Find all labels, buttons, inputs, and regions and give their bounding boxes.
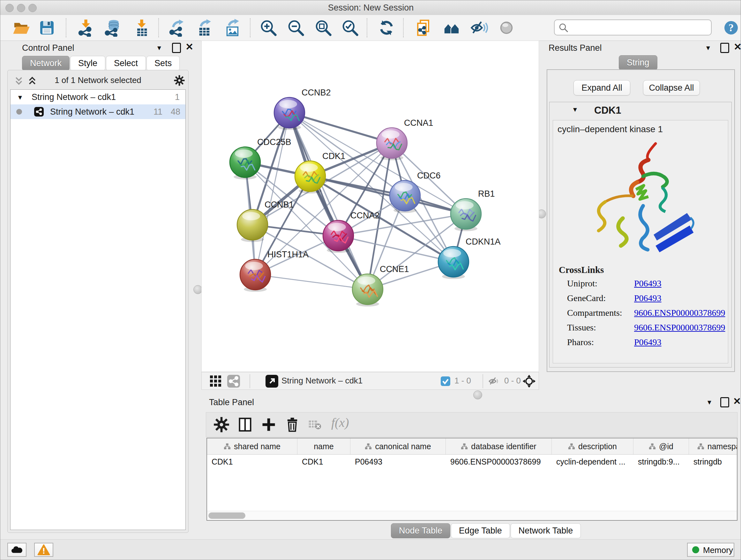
entry-collapse-caret[interactable]: ▼ <box>572 106 578 113</box>
table-settings-gear-icon[interactable] <box>213 416 230 433</box>
results-panel-close-button[interactable]: ✕ <box>734 43 741 51</box>
delete-column-trash-icon[interactable] <box>284 416 300 433</box>
tab-sets[interactable]: Sets <box>146 56 180 71</box>
crosslink-link[interactable]: P06493 <box>634 337 662 347</box>
results-panel-float-button[interactable] <box>720 43 729 53</box>
delete-table-icon[interactable] <box>308 416 322 433</box>
column-type-icon <box>461 443 468 450</box>
tab-node-table[interactable]: Node Table <box>391 523 450 538</box>
expand-all-button[interactable]: Expand All <box>574 80 630 96</box>
network-view-share-icon[interactable] <box>227 375 240 388</box>
gene-entry-header[interactable]: ▼ CDK1 <box>549 102 731 119</box>
column-header-namespac[interactable]: namespac <box>689 438 738 454</box>
crosslink-link[interactable]: 9606.ENSP00000378699 <box>634 308 725 318</box>
zoom-in-button[interactable] <box>259 19 277 37</box>
collapse-all-button[interactable]: Collapse All <box>643 80 700 96</box>
crosslink-row: Compartments:9606.ENSP00000378699 <box>559 308 725 322</box>
help-button[interactable]: ? <box>722 19 740 37</box>
left-splitter-handle[interactable] <box>193 285 202 294</box>
network-graph[interactable]: CCNB2CCNA1CDC25BCDK1CDC6RB1CCNB1CCNA2CDK… <box>202 41 539 372</box>
column-header--id[interactable]: @id <box>633 438 689 454</box>
control-panel-float-button[interactable] <box>172 43 181 53</box>
network-options-gear-icon[interactable] <box>174 75 185 86</box>
column-header-canonical-name[interactable]: canonical name <box>350 438 446 454</box>
tab-network[interactable]: Network <box>22 56 70 71</box>
hide-selected-button[interactable] <box>470 19 488 37</box>
zoom-fit-button[interactable] <box>314 19 332 37</box>
network-tree-root-row[interactable]: ▼ String Network – cdk1 1 <box>10 90 185 105</box>
table-cell[interactable]: 9606.ENSP00000378699 <box>446 454 552 469</box>
table-cell[interactable]: stringdb <box>689 454 738 469</box>
control-panel-menu-caret[interactable]: ▼ <box>156 44 162 52</box>
crosslink-label: Tissues: <box>559 322 634 333</box>
tree-collapse-caret[interactable]: ▼ <box>17 90 23 105</box>
tab-edge-table[interactable]: Edge Table <box>451 523 510 538</box>
table-cell[interactable]: P06493 <box>350 454 446 469</box>
string-results-box: Expand All Collapse All ▼ CDK1 cyclin–de… <box>547 69 735 372</box>
grid-view-icon[interactable] <box>209 375 222 388</box>
tab-string[interactable]: String <box>619 55 657 70</box>
selected-node-edge-count: 1 - 0 <box>455 376 471 386</box>
show-columns-icon[interactable] <box>237 416 253 433</box>
table-panel-close-button[interactable]: ✕ <box>733 397 741 406</box>
tab-network-table[interactable]: Network Table <box>511 523 581 538</box>
table-cell[interactable]: CDK1 <box>297 454 350 469</box>
node-table[interactable]: shared namenamecanonical namedatabase id… <box>206 438 738 521</box>
column-header-database-identifier[interactable]: database identifier <box>446 438 552 454</box>
birdseye-view-icon[interactable] <box>266 375 278 388</box>
network-tree-item-row[interactable]: String Network – cdk1 11 48 <box>10 105 185 119</box>
search-icon <box>558 23 569 34</box>
import-network-file-button[interactable] <box>77 19 95 37</box>
open-session-button[interactable] <box>12 19 30 37</box>
crosslink-link[interactable]: P06493 <box>634 278 662 288</box>
first-neighbors-button[interactable] <box>443 19 461 37</box>
table-panel-menu-caret[interactable]: ▼ <box>706 399 713 406</box>
create-column-plus-icon[interactable] <box>260 416 277 433</box>
network-view-canvas[interactable]: CCNB2CCNA1CDC25BCDK1CDC6RB1CCNB1CCNA2CDK… <box>201 41 539 372</box>
toolbar-separator <box>367 18 367 37</box>
column-header-name[interactable]: name <box>297 438 350 454</box>
import-network-database-button[interactable] <box>104 19 122 37</box>
save-session-button[interactable] <box>38 19 56 37</box>
results-panel-menu-caret[interactable]: ▼ <box>705 44 711 52</box>
memory-label: Memory <box>703 545 733 555</box>
window-title: Session: New Session <box>0 3 741 13</box>
control-panel-close-button[interactable]: ✕ <box>185 43 193 51</box>
zoom-out-button[interactable] <box>287 19 305 37</box>
column-header-description[interactable]: description <box>552 438 633 454</box>
export-image-button[interactable] <box>224 19 242 37</box>
show-all-button[interactable] <box>497 19 515 37</box>
zoom-selected-button[interactable] <box>341 19 359 37</box>
import-table-file-button[interactable] <box>133 19 151 37</box>
scrollbar-thumb[interactable] <box>208 512 246 519</box>
duplicate-network-button[interactable] <box>415 19 433 37</box>
selected-checkbox-icon[interactable] <box>441 376 451 386</box>
export-network-button[interactable] <box>168 19 186 37</box>
tab-select[interactable]: Select <box>106 56 146 71</box>
cloud-status-button[interactable] <box>7 543 26 557</box>
apply-layout-button[interactable] <box>378 19 395 37</box>
memory-status-dot <box>692 546 699 553</box>
search-input[interactable] <box>571 21 706 33</box>
column-type-icon <box>224 443 231 450</box>
toolbar-separator <box>403 18 404 37</box>
crosslink-row: GeneCard:P06493 <box>559 293 725 308</box>
table-horizontal-scrollbar[interactable] <box>207 511 737 520</box>
export-table-button[interactable] <box>196 19 213 37</box>
tab-style[interactable]: Style <box>70 56 105 71</box>
table-panel-float-button[interactable] <box>720 397 729 408</box>
crosslink-row: Tissues:9606.ENSP00000378699 <box>559 322 725 337</box>
table-cell[interactable]: cyclin-dependent ... <box>552 454 633 469</box>
main-toolbar: ? <box>0 15 741 41</box>
fit-selected-crosshair-icon[interactable] <box>522 374 536 388</box>
crosslink-link[interactable]: 9606.ENSP00000378699 <box>634 322 725 332</box>
show-all-icon <box>497 19 515 37</box>
search-field[interactable] <box>554 19 712 36</box>
function-builder-icon[interactable]: f(x) <box>331 415 349 430</box>
column-header-shared-name[interactable]: shared name <box>207 438 297 454</box>
warning-status-button[interactable] <box>34 543 53 557</box>
table-cell[interactable]: CDK1 <box>207 454 297 469</box>
table-cell[interactable]: stringdb:9... <box>633 454 689 469</box>
memory-button[interactable]: Memory <box>687 543 734 557</box>
crosslink-link[interactable]: P06493 <box>634 293 662 303</box>
